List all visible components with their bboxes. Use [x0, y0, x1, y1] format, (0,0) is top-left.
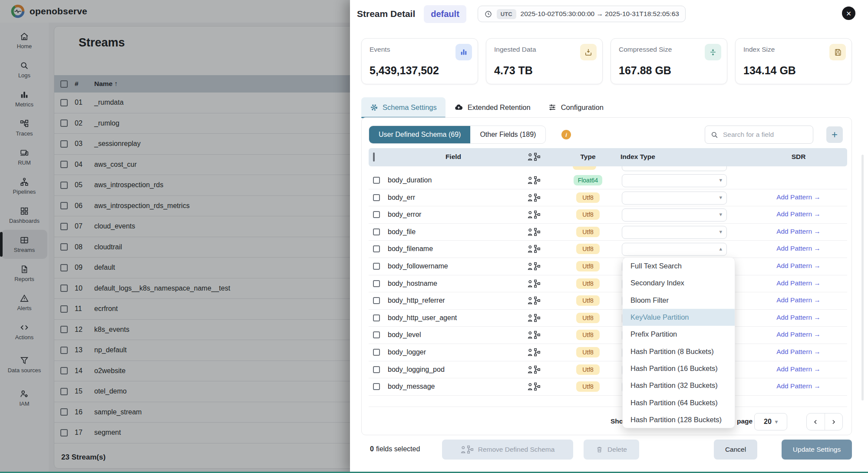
field-row: body_file Utf8 ▾ Add Pattern →	[369, 224, 847, 241]
field-name: body_logging_pod	[388, 366, 445, 374]
user-schema-icon	[528, 314, 541, 322]
add-pattern-link[interactable]: Add Pattern →	[759, 210, 838, 218]
chart-bars-icon	[459, 48, 468, 56]
field-row: body_hostname Utf8 ▾ Add Pattern →	[369, 275, 847, 293]
info-icon[interactable]: i	[561, 130, 571, 139]
add-pattern-link[interactable]: Add Pattern →	[759, 245, 838, 252]
index-type-select[interactable]: ▴	[622, 243, 727, 256]
field-row: body_http_referrer Utf8 ▾ Add Pattern →	[369, 292, 847, 310]
field-checkbox[interactable]	[373, 280, 380, 287]
update-settings-button[interactable]: Update Settings	[782, 440, 852, 460]
caret-icon: ▴	[719, 245, 722, 252]
dropdown-option[interactable]: Secondary Index	[623, 275, 735, 291]
dropdown-option[interactable]: Hash Partition (8 Buckets)	[623, 343, 735, 360]
type-chip: Utf8	[576, 330, 600, 340]
add-pattern-link[interactable]: Add Pattern →	[759, 314, 838, 321]
field-checkbox[interactable]	[373, 228, 380, 235]
field-checkbox[interactable]	[373, 383, 380, 390]
field-row: body_message Utf8 ▾ Add Pattern →	[369, 378, 847, 396]
type-chip: Utf8	[576, 227, 600, 237]
field-search	[705, 126, 813, 144]
cancel-button[interactable]: Cancel	[714, 440, 757, 460]
add-pattern-link[interactable]: Add Pattern →	[759, 382, 838, 390]
stat-label: Events	[370, 46, 470, 53]
tab[interactable]: Configuration	[539, 97, 612, 117]
type-chip: Utf8	[576, 381, 600, 392]
field-checkbox[interactable]	[373, 331, 380, 338]
dropdown-option[interactable]: Hash Partition (32 Buckets)	[623, 377, 735, 394]
field-name: body_hostname	[388, 280, 437, 288]
close-icon: ×	[846, 9, 851, 18]
index-type-select[interactable]: ▾	[622, 174, 727, 187]
field-checkbox[interactable]	[373, 211, 380, 218]
select-all-fields-checkbox[interactable]	[373, 152, 375, 162]
field-name: body_message	[388, 383, 435, 390]
stat-card: Compressed Size 167.88 GB	[611, 38, 727, 84]
panel-footer: 0fields selected Remove Defined Schema D…	[361, 440, 852, 461]
plus-icon: +	[832, 129, 838, 141]
add-field-button[interactable]: +	[826, 126, 843, 143]
index-type-select[interactable]: ▾	[622, 208, 727, 222]
user-schema-icon	[528, 382, 541, 391]
field-checkbox[interactable]	[373, 349, 380, 356]
dropdown-option[interactable]: Prefix Partition	[623, 326, 735, 343]
index-type-select[interactable]: ▾	[622, 226, 727, 239]
add-pattern-link[interactable]: Add Pattern →	[759, 365, 838, 373]
panel-title: Stream Detail	[357, 9, 415, 19]
close-panel-button[interactable]: ×	[842, 7, 855, 20]
field-search-input[interactable]	[723, 131, 801, 139]
add-pattern-link[interactable]: Add Pattern →	[759, 296, 838, 304]
dropdown-option[interactable]: Hash Partition (16 Buckets)	[623, 360, 735, 377]
field-checkbox[interactable]	[373, 366, 380, 373]
other-fields-button[interactable]: Other Fields (189)	[470, 126, 545, 143]
field-name: body_filename	[388, 245, 433, 253]
add-pattern-link[interactable]: Add Pattern →	[759, 262, 838, 270]
tab[interactable]: Schema Settings	[361, 97, 446, 117]
add-pattern-link[interactable]: Add Pattern →	[759, 228, 838, 235]
prev-page-button[interactable]	[807, 413, 825, 430]
remove-defined-schema-button[interactable]: Remove Defined Schema	[442, 440, 573, 460]
schema-scope-toggle: User Defined Schema (69) Other Fields (1…	[369, 126, 546, 144]
add-pattern-link[interactable]: Add Pattern →	[759, 193, 838, 201]
dropdown-option[interactable]: Hash Partition (128 Buckets)	[623, 411, 735, 428]
dropdown-option[interactable]: Hash Partition (64 Buckets)	[623, 394, 735, 411]
type-chip: Utf8	[576, 295, 600, 306]
user-schema-icon	[528, 331, 541, 339]
dropdown-option[interactable]: Bloom Filter	[623, 292, 735, 309]
dropdown-option[interactable]: KeyValue Partition	[623, 309, 735, 326]
stat-value: 134.14 GB	[743, 64, 796, 77]
field-row: body_logging_pod Utf8 ▾ Add Pattern →	[369, 361, 847, 379]
sdr-column-header: SDR	[768, 153, 829, 161]
per-page-select[interactable]: 20 ▾	[754, 413, 787, 430]
field-row: body_http_user_agent Utf8 ▾ Add Pattern …	[369, 310, 847, 327]
index-type-select[interactable]: ▾	[622, 192, 727, 205]
add-pattern-link[interactable]: Add Pattern →	[759, 348, 838, 356]
pagination-bar: Sho page 20 ▾	[369, 407, 847, 435]
field-checkbox[interactable]	[373, 177, 380, 184]
index-type-column-header: Index Type	[620, 153, 655, 161]
time-range-picker[interactable]: UTC 2025-10-02T05:30:00:00 → 2025-10-31T…	[478, 6, 686, 22]
field-checkbox[interactable]	[373, 314, 380, 321]
user-defined-schema-button[interactable]: User Defined Schema (69)	[369, 126, 470, 143]
user-schema-icon	[528, 210, 541, 219]
add-pattern-link[interactable]: Add Pattern →	[759, 331, 838, 338]
modal-dim-overlay[interactable]	[0, 0, 350, 473]
per-page-label: page	[737, 417, 752, 425]
app-window: openobserve Home Logs Metrics Traces	[0, 0, 868, 473]
dropdown-option[interactable]: Full Text Search	[623, 258, 735, 275]
type-chip: Utf8	[576, 313, 600, 323]
user-schema-icon	[528, 193, 541, 202]
chevron-left-icon	[812, 419, 819, 425]
field-checkbox[interactable]	[373, 194, 380, 201]
add-pattern-link[interactable]: Add Pattern →	[759, 279, 838, 287]
tab[interactable]: Extended Retention	[446, 97, 539, 117]
delete-button[interactable]: Delete	[584, 440, 639, 460]
field-checkbox[interactable]	[373, 245, 380, 252]
next-page-button[interactable]	[825, 413, 843, 430]
field-checkbox[interactable]	[373, 297, 380, 304]
fields-table-header: Field Type Index Type SDR	[369, 148, 847, 166]
type-chip: Utf8	[576, 364, 600, 375]
type-chip: Utf8	[576, 192, 600, 203]
scrollbar[interactable]	[861, 155, 864, 400]
field-checkbox[interactable]	[373, 263, 380, 270]
